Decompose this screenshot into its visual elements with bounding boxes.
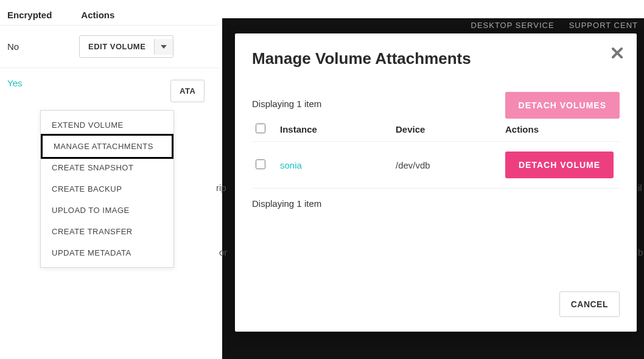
row-checkbox[interactable] xyxy=(256,159,265,169)
col-actions: Actions xyxy=(502,117,620,142)
dropdown-item-manage-attachments[interactable]: MANAGE ATTACHMENTS xyxy=(41,134,173,159)
bg-text-fragment: rip xyxy=(216,183,226,193)
volume-table-panel: Encrypted Actions No EDIT VOLUME Yes ATA xyxy=(0,0,219,98)
dropdown-item-upload-to-image[interactable]: UPLOAD TO IMAGE xyxy=(41,200,173,221)
table-row: No EDIT VOLUME xyxy=(0,25,219,68)
manage-attachments-modal: Manage Volume Attachments DETACH VOLUMES… xyxy=(235,33,637,332)
bg-text-fragment: or xyxy=(219,247,227,257)
encrypted-value: No xyxy=(7,41,50,52)
dropdown-item-create-backup[interactable]: CREATE BACKUP xyxy=(41,178,173,200)
instance-link[interactable]: sonia xyxy=(280,160,302,170)
detach-volume-button[interactable]: DETACH VOLUME xyxy=(505,152,614,178)
dropdown-item-update-metadata[interactable]: UPDATE METADATA xyxy=(41,242,173,263)
edit-volume-label: EDIT VOLUME xyxy=(80,36,154,57)
nav-strip: DESKTOP SERVICE SUPPORT CENT xyxy=(222,18,644,35)
dropdown-item-create-snapshot[interactable]: CREATE SNAPSHOT xyxy=(41,157,173,178)
dropdown-item-create-transfer[interactable]: CREATE TRANSFER xyxy=(41,221,173,242)
attachments-table: Instance Device Actions sonia /dev/vdb D… xyxy=(252,117,620,189)
caret-down-icon[interactable] xyxy=(154,39,173,55)
col-encrypted: Encrypted xyxy=(7,10,52,20)
close-icon[interactable] xyxy=(611,47,623,59)
col-instance: Instance xyxy=(276,117,392,142)
col-device: Device xyxy=(392,117,502,142)
table-row: sonia /dev/vdb DETACH VOLUME xyxy=(252,142,620,189)
bg-text-fragment: b xyxy=(638,247,643,257)
bg-text-fragment: il xyxy=(638,183,642,193)
update-metadata-button-fragment[interactable]: ATA xyxy=(170,80,205,102)
device-value: /dev/vdb xyxy=(392,142,502,189)
detach-volumes-button[interactable]: DETACH VOLUMES xyxy=(505,92,620,119)
table-row: Yes ATA xyxy=(0,68,219,98)
volume-actions-dropdown: EXTEND VOLUME MANAGE ATTACHMENTS CREATE … xyxy=(40,110,174,268)
dropdown-item-extend-volume[interactable]: EXTEND VOLUME xyxy=(41,114,173,136)
select-all-checkbox[interactable] xyxy=(256,124,265,133)
edit-volume-button[interactable]: EDIT VOLUME xyxy=(79,35,173,58)
col-actions: Actions xyxy=(81,10,114,20)
cancel-button[interactable]: CANCEL xyxy=(559,291,620,317)
modal-title: Manage Volume Attachments xyxy=(252,49,620,68)
encrypted-value: Yes xyxy=(7,78,50,88)
displaying-count-bottom: Displaying 1 item xyxy=(252,198,620,209)
